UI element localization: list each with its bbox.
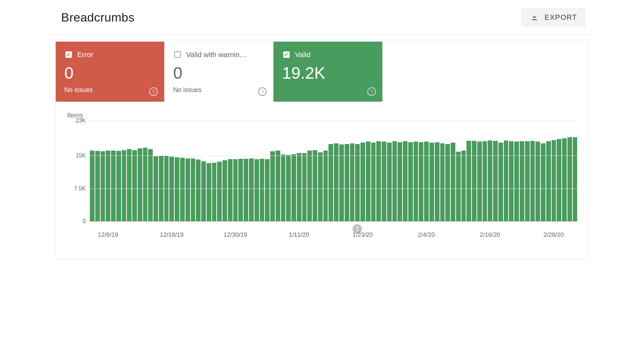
status-subtext: No issues <box>64 86 156 94</box>
help-icon: ? <box>149 87 158 96</box>
chart-bar <box>143 148 148 221</box>
chart-bar <box>376 141 381 221</box>
chart-bar <box>541 143 546 221</box>
chart-x-axis: 12/6/1912/18/1912/30/191/11/201/23/202/4… <box>89 231 578 248</box>
status-label: Valid with warnin… <box>186 51 247 59</box>
svg-rect-1 <box>175 52 180 57</box>
chart-bar <box>222 160 227 221</box>
chart-bar <box>318 152 323 221</box>
help-button[interactable]: ? <box>258 87 267 96</box>
chart-bar <box>514 142 519 221</box>
status-subtext: No issues <box>173 86 264 94</box>
chart-bar <box>116 151 121 221</box>
chart-bar <box>249 158 254 221</box>
status-value: 0 <box>173 63 264 83</box>
chart-bar <box>101 151 105 221</box>
chart-bar <box>530 141 535 221</box>
help-icon: ? <box>258 87 267 96</box>
chart-bar <box>122 150 126 221</box>
chart-bar <box>504 140 509 221</box>
chart-bar <box>106 151 110 221</box>
chart-bar <box>366 142 371 221</box>
chart-bar <box>477 142 482 221</box>
chart-x-tick-label: 2/28/20 <box>543 231 564 239</box>
chart-bar <box>387 143 392 221</box>
chart-bar <box>180 158 185 221</box>
chart-bar <box>175 157 179 221</box>
chart-bar <box>546 141 551 221</box>
help-icon: ? <box>367 87 376 96</box>
chart-bar <box>520 141 524 221</box>
chart-bar <box>472 141 477 221</box>
chart-bar <box>525 141 530 221</box>
chart-bar <box>440 143 445 221</box>
chart-bar <box>557 139 561 221</box>
chart-bar <box>498 143 503 221</box>
chart-bar <box>297 153 302 221</box>
chart-x-tick-label: 2/16/20 <box>480 231 500 239</box>
page-header: Breadcrumbs EXPORT <box>50 0 594 35</box>
chart-y-tick-label: 23K <box>76 117 89 124</box>
chart-bar <box>535 142 540 221</box>
chart-bars <box>89 121 578 221</box>
chart-bar <box>281 154 286 221</box>
chart-bar <box>217 162 222 221</box>
chart-bar <box>573 137 578 221</box>
chart-y-tick-label: 0 <box>83 218 89 225</box>
chart-bar <box>302 153 307 221</box>
chart-bar <box>111 151 116 221</box>
export-label: EXPORT <box>544 13 577 22</box>
chart-x-tick-label: 1/11/20 <box>289 231 309 239</box>
status-card-warning[interactable]: Valid with warnin… 0 No issues ? <box>165 42 273 102</box>
chart-bar <box>350 143 355 221</box>
chart-bar <box>286 155 291 221</box>
status-label: Error <box>77 51 93 59</box>
chart-bar <box>493 141 498 221</box>
chart-bar <box>254 159 259 221</box>
chart-bar <box>424 142 429 221</box>
chart-bar <box>392 141 397 221</box>
chart-bar <box>212 163 217 221</box>
chart-bar <box>403 141 408 221</box>
status-value: 19.2K <box>282 63 374 83</box>
help-button[interactable]: ? <box>367 87 376 96</box>
chart-gridline <box>89 189 578 189</box>
chart-x-tick-label: 12/18/19 <box>160 231 184 239</box>
chart-bar <box>313 150 317 221</box>
chart-bar <box>567 137 572 221</box>
chart-bar <box>260 159 264 221</box>
export-button[interactable]: EXPORT <box>521 8 586 27</box>
chart-gridline <box>89 156 578 156</box>
chart-bar <box>238 159 243 221</box>
chart-bar <box>307 151 312 221</box>
chart-bar <box>196 160 201 221</box>
chart-x-tick-label: 12/30/19 <box>224 231 247 239</box>
chart-bar <box>382 142 386 221</box>
chart-y-tick-label: 7.5K <box>74 185 89 192</box>
chart-bar <box>408 142 413 221</box>
chart-y-tick-label: 15K <box>76 152 89 159</box>
chart-bar <box>429 143 434 221</box>
status-card-valid[interactable]: Valid 19.2K ? <box>273 42 382 102</box>
status-card-error[interactable]: Error 0 No issues ? <box>56 42 165 102</box>
status-label: Valid <box>295 51 310 59</box>
chart-bar <box>201 161 206 221</box>
chart-bar <box>397 142 402 221</box>
chart-container: Items 07.5K15K23K1 12/6/1912/18/1912/30/… <box>56 102 588 259</box>
chart-bar <box>461 151 466 221</box>
chart-y-title: Items <box>67 112 578 119</box>
status-cards: Error 0 No issues ? Valid with warnin… 0… <box>56 42 588 102</box>
chart-bar <box>185 158 190 221</box>
checkbox-checked-icon <box>64 50 73 59</box>
chart-bar <box>291 154 296 221</box>
chart-bar <box>207 163 211 221</box>
chart-bar <box>323 151 328 221</box>
chart-bar <box>276 151 280 221</box>
chart-bar <box>562 138 567 221</box>
chart-bar <box>138 148 142 221</box>
chart-bar <box>451 143 455 221</box>
chart-bar <box>509 141 514 221</box>
help-button[interactable]: ? <box>149 87 158 96</box>
chart-gridline <box>89 121 578 121</box>
chart-bar <box>414 142 418 221</box>
